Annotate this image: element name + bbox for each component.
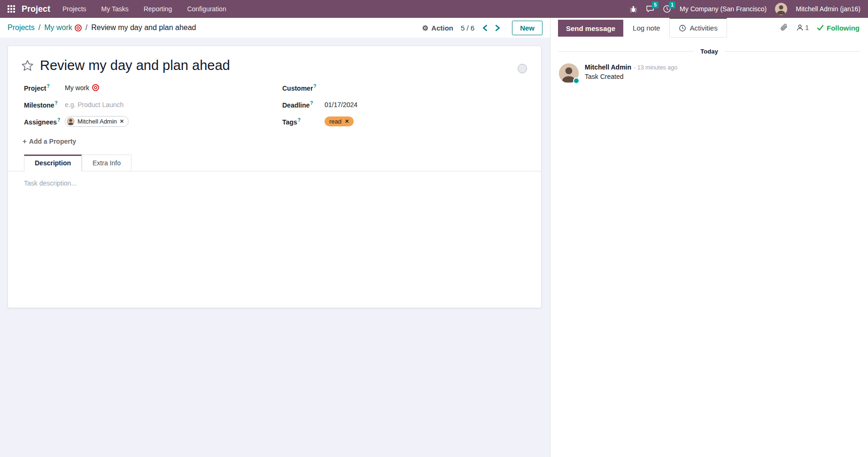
- task-description-editor[interactable]: Task description...: [24, 179, 528, 283]
- add-property-button[interactable]: + Add a Property: [23, 137, 541, 145]
- action-menu-button[interactable]: ⚙ Action: [422, 24, 453, 32]
- new-record-button[interactable]: New: [512, 21, 542, 35]
- project-label: Project?: [24, 84, 65, 92]
- help-icon: ?: [57, 117, 60, 123]
- task-title[interactable]: Review my day and plan ahead: [40, 58, 230, 73]
- chatter-topbar-right: 1 Following: [780, 18, 860, 38]
- field-tags: Tags? read ✕: [282, 116, 528, 127]
- followers-person-icon: [796, 24, 804, 31]
- apps-grid-icon[interactable]: [8, 5, 15, 13]
- navbar-left: Project Projects My Tasks Reporting Conf…: [8, 4, 241, 14]
- debug-bug-icon[interactable]: [629, 5, 637, 13]
- pager-next-button[interactable]: [495, 24, 501, 31]
- deadline-label: Deadline?: [282, 101, 325, 109]
- target-emoji-icon: [75, 24, 82, 31]
- menu-configuration[interactable]: Configuration: [187, 5, 226, 13]
- task-form-sheet: Review my day and plan ahead Project? My…: [8, 46, 542, 308]
- menu-projects[interactable]: Projects: [62, 5, 86, 13]
- remove-tag-icon[interactable]: ✕: [345, 119, 349, 124]
- left-pane: Projects / My work / Review my day and p…: [0, 18, 550, 457]
- attach-files-button[interactable]: [780, 23, 788, 32]
- tab-bar: Description Extra Info: [8, 155, 541, 171]
- remove-assignee-icon[interactable]: ✕: [120, 119, 124, 124]
- field-milestone: Milestone?: [24, 99, 282, 110]
- breadcrumb-projects-link[interactable]: Projects: [8, 23, 35, 32]
- customer-label: Customer?: [282, 84, 325, 92]
- target-emoji-icon: [92, 84, 99, 91]
- tag-read[interactable]: read ✕: [325, 116, 354, 126]
- navbar-right: 5 1 My Company (San Francisco) Mitchell …: [629, 3, 860, 15]
- menu-my-tasks[interactable]: My Tasks: [101, 5, 129, 13]
- breadcrumb-separator: /: [39, 23, 40, 32]
- assignee-avatar: [67, 117, 75, 125]
- project-value[interactable]: My work: [65, 84, 99, 92]
- send-message-button[interactable]: Send message: [558, 20, 623, 37]
- following-button[interactable]: Following: [817, 24, 860, 32]
- breadcrumb-separator: /: [85, 23, 87, 32]
- control-panel: Projects / My work / Review my day and p…: [0, 18, 550, 38]
- message-thread: Today Mitchell Admin: [550, 38, 868, 91]
- followers-button[interactable]: 1: [796, 24, 809, 31]
- gear-icon: ⚙: [422, 24, 428, 31]
- record-pager: 5 / 6: [461, 24, 474, 32]
- message-author[interactable]: Mitchell Admin: [585, 63, 631, 71]
- company-switcher[interactable]: My Company (San Francisco): [680, 5, 767, 13]
- field-project: Project? My work: [24, 82, 282, 93]
- message-body: Task Created: [585, 73, 677, 80]
- online-presence-dot: [573, 77, 580, 84]
- clock-icon: [679, 24, 686, 32]
- help-icon: ?: [310, 101, 313, 106]
- assignees-label: Assignees?: [24, 117, 65, 126]
- messages-count-badge: 5: [652, 1, 659, 8]
- pager-previous-button[interactable]: [482, 24, 488, 31]
- message-header: Mitchell Admin - 13 minutes ago: [585, 63, 677, 71]
- plus-icon: +: [23, 137, 27, 145]
- milestone-input[interactable]: [65, 101, 178, 108]
- message-author-avatar[interactable]: [559, 63, 579, 83]
- chatter-topbar: Send message Log note Activities: [550, 18, 868, 38]
- messages-icon[interactable]: 5: [646, 5, 654, 13]
- task-state-button[interactable]: [518, 64, 527, 73]
- help-icon: ?: [46, 84, 49, 89]
- tab-content: Task description...: [8, 171, 541, 283]
- breadcrumb-current: Review my day and plan ahead: [91, 23, 196, 32]
- message: Mitchell Admin - 13 minutes ago Task Cre…: [558, 62, 860, 84]
- control-panel-right: ⚙ Action 5 / 6 New: [422, 21, 542, 35]
- log-note-button[interactable]: Log note: [623, 18, 669, 38]
- assignee-tag[interactable]: Mitchell Admin ✕: [65, 116, 129, 127]
- menu-reporting[interactable]: Reporting: [144, 5, 172, 13]
- tags-label: Tags?: [282, 117, 325, 126]
- field-grid: Project? My work Customer? Milestone? De…: [8, 73, 541, 127]
- deadline-value[interactable]: 01/17/2024: [325, 101, 357, 108]
- activities-clock-icon[interactable]: 1: [663, 5, 671, 13]
- help-icon: ?: [55, 101, 58, 106]
- main-area: Projects / My work / Review my day and p…: [0, 18, 868, 457]
- field-deadline: Deadline? 01/17/2024: [282, 99, 528, 110]
- breadcrumb-project-link[interactable]: My work: [44, 23, 82, 32]
- date-divider: Today: [558, 48, 860, 55]
- help-icon: ?: [298, 117, 301, 123]
- title-row: Review my day and plan ahead: [8, 46, 541, 73]
- tag-label: read: [329, 118, 341, 125]
- activities-button[interactable]: Activities: [669, 18, 727, 38]
- activities-count-badge: 1: [669, 1, 675, 8]
- message-content: Mitchell Admin - 13 minutes ago Task Cre…: [585, 63, 677, 83]
- message-timestamp: - 13 minutes ago: [634, 64, 677, 71]
- paperclip-icon: [780, 23, 788, 32]
- tab-description[interactable]: Description: [24, 155, 82, 171]
- form-view-background: Review my day and plan ahead Project? My…: [0, 38, 550, 457]
- date-divider-label: Today: [700, 48, 718, 55]
- app-name[interactable]: Project: [22, 4, 50, 14]
- milestone-label: Milestone?: [24, 101, 65, 109]
- priority-star-icon[interactable]: [21, 59, 34, 72]
- check-icon: [817, 24, 824, 31]
- breadcrumb: Projects / My work / Review my day and p…: [8, 23, 196, 32]
- field-customer: Customer?: [282, 82, 528, 93]
- tab-extra-info[interactable]: Extra Info: [82, 155, 132, 171]
- chatter-panel: Send message Log note Activities: [550, 18, 868, 457]
- user-avatar[interactable]: [775, 3, 787, 15]
- user-menu[interactable]: Mitchell Admin (jan16): [796, 5, 860, 13]
- assignee-name: Mitchell Admin: [78, 118, 117, 125]
- top-navbar: Project Projects My Tasks Reporting Conf…: [0, 0, 868, 18]
- field-assignees: Assignees? Mitchell Admin ✕: [24, 116, 282, 127]
